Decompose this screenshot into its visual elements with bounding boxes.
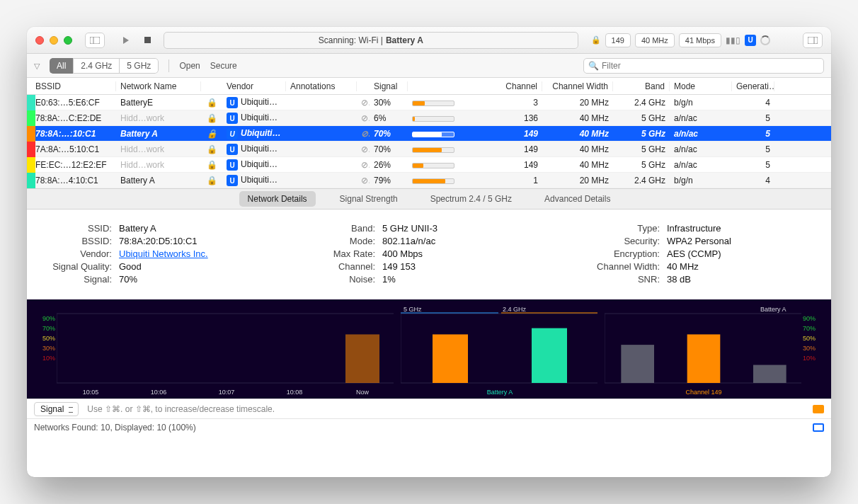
detail-tabs: Network Details Signal Strength Spectrum… [27,188,831,210]
search-input[interactable] [602,61,819,71]
annotation-icon: ⊘ [357,144,370,154]
search-box[interactable]: 🔍 [583,58,824,74]
funnel-icon[interactable] [34,61,40,71]
panel-toggle-button[interactable] [803,33,823,48]
table-row[interactable]: 78:8A:…C:E2:DEHidd…work🔒UUbiquiti…⊘6%136… [27,110,831,126]
band-24[interactable]: 2.4 GHz [73,58,120,74]
cell-band: 2.4 GHz [613,98,670,108]
cell-width: 40 MHz [542,160,613,170]
pill-rate[interactable]: 41 Mbps [679,33,721,47]
cell-gen: 4 [732,176,774,185]
zoom-icon[interactable] [64,36,72,45]
panel-icon [808,37,818,44]
col-gen: Generati… [732,81,774,91]
scan-title-network: Battery A [386,35,423,45]
svg-text:10:08: 10:08 [287,389,303,396]
col-band: Band [613,81,670,91]
tab-spectrum[interactable]: Spectrum 2.4 / 5 GHz [422,191,520,207]
detail-vendor-link[interactable]: Ubiquiti Networks Inc. [119,248,208,259]
svg-text:10:06: 10:06 [151,389,167,396]
metric-select[interactable]: Signal [34,402,79,416]
cell-width: 20 MHz [542,98,613,108]
cell-gen: 5 [732,144,774,154]
lock-icon: 🔒 [201,98,222,108]
cell-gen: 5 [732,160,774,170]
y-axis-left: 90%70% 50%30% 10% [31,314,55,363]
filter-secure[interactable]: Secure [210,61,237,71]
minimize-icon[interactable] [50,36,58,45]
play-button[interactable] [123,37,129,44]
tab-signal-strength[interactable]: Signal Strength [331,191,406,207]
cell-vendor: UUbiquiti… [222,97,286,108]
svg-text:Battery A: Battery A [487,389,513,396]
cell-signal: 70% [370,144,408,154]
cell-channel: 1 [471,176,542,185]
lock-icon: 🔒 [201,113,222,123]
detail-channel: 149 153 [382,261,416,272]
svg-text:2.4 GHz: 2.4 GHz [503,306,527,313]
cell-gen: 5 [732,113,774,123]
scan-title-prefix: Scanning: Wi-Fi | [319,35,383,45]
cell-name: Hidd…work [116,113,201,123]
cell-mode: a/n/ac [670,129,732,139]
svg-rect-16 [433,334,468,383]
chart-footer: Signal Use ⇧⌘. or ⇧⌘, to increase/decrea… [27,399,831,418]
cell-signal-bar [408,113,471,123]
filter-open[interactable]: Open [179,61,200,71]
pill-channel[interactable]: 149 [605,33,631,47]
table-row[interactable]: 78:8A:…4:10:C1Battery A🔒UUbiquiti…⊘79%12… [27,173,831,188]
cell-name: Hidd…work [116,144,201,154]
cell-name: Battery A [116,176,201,185]
band-all[interactable]: All [50,58,74,74]
cell-bssid: 78:8A:…:10:C1 [31,129,116,139]
tab-network-details[interactable]: Network Details [239,191,316,207]
svg-text:Battery A: Battery A [760,306,786,313]
band-5[interactable]: 5 GHz [119,58,159,74]
table-row[interactable]: FE:EC:…12:E2:EFHidd…work🔒UUbiquiti…⊘26%1… [27,157,831,173]
chart-bands: 5 GHz2.4 GHzBattery A [401,305,597,397]
cell-band: 2.4 GHz [613,176,670,185]
detail-type: Infrastructure [667,223,721,234]
network-table: BSSID Network Name Vendor Annotations Si… [27,78,831,188]
svg-rect-0 [90,37,100,44]
detail-signal: 70% [119,274,137,285]
titlebar: Scanning: Wi-Fi | Battery A 🔒 149 40 MHz… [27,27,831,54]
vendor-badge-icon: U [227,113,238,124]
table-row[interactable]: 7A:8A:…5:10:C1Hidd…work🔒UUbiquiti…⊘70%14… [27,142,831,157]
col-name: Network Name [116,81,201,91]
annotation-icon: ⊘ [357,98,370,108]
chart-history: 10:0510:0610:0710:08Now [57,305,394,397]
table-row[interactable]: 78:8A:…:10:C1Battery A🔒UUbiquiti…⊘70%149… [27,126,831,142]
svg-rect-23 [753,365,786,383]
table-row[interactable]: E0:63:…5:E6:CFBatteryE🔒UUbiquiti…⊘30%320… [27,95,831,110]
table-header[interactable]: BSSID Network Name Vendor Annotations Si… [27,78,831,95]
app-window: Scanning: Wi-Fi | Battery A 🔒 149 40 MHz… [27,27,831,477]
cell-vendor: UUbiquiti… [222,159,286,171]
annotation-icon: ⊘ [357,176,370,185]
play-icon [123,37,129,44]
band-segment: All 2.4 GHz 5 GHz [50,58,159,74]
detail-maxrate: 400 Mbps [382,248,423,259]
sidebar-icon [90,37,100,44]
cell-signal-bar [408,160,471,170]
tab-advanced[interactable]: Advanced Details [536,191,619,207]
pill-width[interactable]: 40 MHz [635,33,675,47]
col-signal: Signal [370,81,408,91]
cell-mode: a/n/ac [670,144,732,154]
stop-icon [144,37,151,43]
signal-bars-icon: ▮▮▯ [726,35,740,45]
display-icon[interactable] [813,423,824,432]
svg-text:10:07: 10:07 [219,389,235,396]
detail-signal-quality: Good [119,261,142,272]
cell-signal: 6% [370,113,408,123]
cell-band: 5 GHz [613,113,670,123]
cell-signal-bar [408,176,471,185]
stop-button[interactable] [144,37,151,43]
close-icon[interactable] [35,36,44,45]
col-width: Channel Width [542,81,613,91]
cell-signal: 26% [370,160,408,170]
cell-width: 20 MHz [542,176,613,185]
cell-vendor: UUbiquiti… [222,113,286,124]
sidebar-toggle-button[interactable] [85,33,105,48]
cell-signal-bar [408,144,471,154]
